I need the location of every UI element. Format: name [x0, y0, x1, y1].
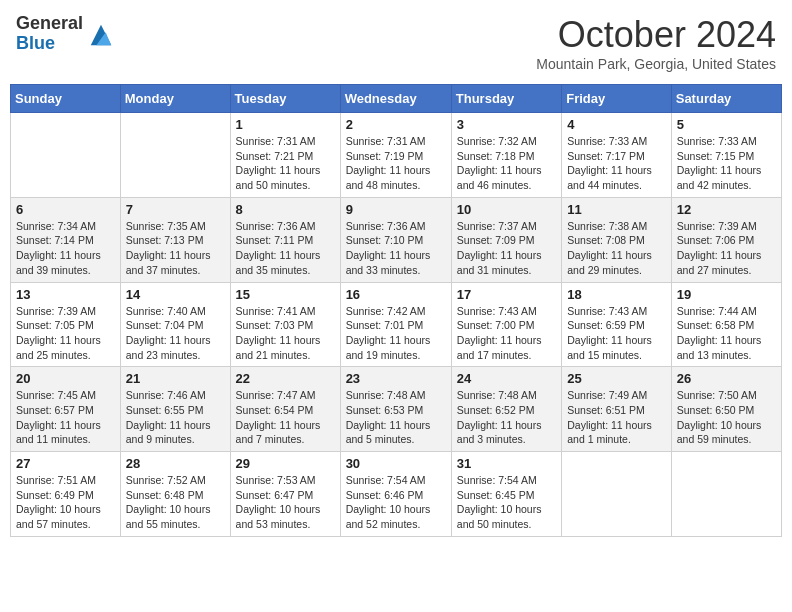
day-info: Sunrise: 7:54 AMSunset: 6:45 PMDaylight:… — [457, 473, 556, 532]
day-number: 29 — [236, 456, 335, 471]
day-info: Sunrise: 7:36 AMSunset: 7:10 PMDaylight:… — [346, 219, 446, 278]
calendar-cell: 8Sunrise: 7:36 AMSunset: 7:11 PMDaylight… — [230, 197, 340, 282]
day-info: Sunrise: 7:43 AMSunset: 6:59 PMDaylight:… — [567, 304, 666, 363]
weekday-header-tuesday: Tuesday — [230, 85, 340, 113]
day-number: 20 — [16, 371, 115, 386]
calendar-cell: 31Sunrise: 7:54 AMSunset: 6:45 PMDayligh… — [451, 452, 561, 537]
calendar-cell: 10Sunrise: 7:37 AMSunset: 7:09 PMDayligh… — [451, 197, 561, 282]
calendar-cell: 19Sunrise: 7:44 AMSunset: 6:58 PMDayligh… — [671, 282, 781, 367]
day-info: Sunrise: 7:38 AMSunset: 7:08 PMDaylight:… — [567, 219, 666, 278]
calendar-week-row: 20Sunrise: 7:45 AMSunset: 6:57 PMDayligh… — [11, 367, 782, 452]
day-number: 9 — [346, 202, 446, 217]
day-info: Sunrise: 7:54 AMSunset: 6:46 PMDaylight:… — [346, 473, 446, 532]
calendar-cell — [11, 113, 121, 198]
day-number: 22 — [236, 371, 335, 386]
location-text: Mountain Park, Georgia, United States — [536, 56, 776, 72]
day-info: Sunrise: 7:31 AMSunset: 7:19 PMDaylight:… — [346, 134, 446, 193]
day-number: 27 — [16, 456, 115, 471]
calendar-cell: 25Sunrise: 7:49 AMSunset: 6:51 PMDayligh… — [562, 367, 672, 452]
calendar-cell: 16Sunrise: 7:42 AMSunset: 7:01 PMDayligh… — [340, 282, 451, 367]
calendar-cell: 14Sunrise: 7:40 AMSunset: 7:04 PMDayligh… — [120, 282, 230, 367]
day-number: 1 — [236, 117, 335, 132]
calendar-week-row: 27Sunrise: 7:51 AMSunset: 6:49 PMDayligh… — [11, 452, 782, 537]
calendar-cell — [671, 452, 781, 537]
day-info: Sunrise: 7:35 AMSunset: 7:13 PMDaylight:… — [126, 219, 225, 278]
day-info: Sunrise: 7:44 AMSunset: 6:58 PMDaylight:… — [677, 304, 776, 363]
page-header: General Blue October 2024 Mountain Park,… — [10, 10, 782, 76]
calendar-cell: 13Sunrise: 7:39 AMSunset: 7:05 PMDayligh… — [11, 282, 121, 367]
day-number: 17 — [457, 287, 556, 302]
day-number: 7 — [126, 202, 225, 217]
day-number: 19 — [677, 287, 776, 302]
day-info: Sunrise: 7:31 AMSunset: 7:21 PMDaylight:… — [236, 134, 335, 193]
day-info: Sunrise: 7:46 AMSunset: 6:55 PMDaylight:… — [126, 388, 225, 447]
title-block: October 2024 Mountain Park, Georgia, Uni… — [536, 14, 776, 72]
calendar-cell — [562, 452, 672, 537]
calendar-cell: 3Sunrise: 7:32 AMSunset: 7:18 PMDaylight… — [451, 113, 561, 198]
day-info: Sunrise: 7:48 AMSunset: 6:53 PMDaylight:… — [346, 388, 446, 447]
calendar-cell: 15Sunrise: 7:41 AMSunset: 7:03 PMDayligh… — [230, 282, 340, 367]
calendar-cell: 1Sunrise: 7:31 AMSunset: 7:21 PMDaylight… — [230, 113, 340, 198]
day-number: 6 — [16, 202, 115, 217]
day-number: 23 — [346, 371, 446, 386]
day-info: Sunrise: 7:47 AMSunset: 6:54 PMDaylight:… — [236, 388, 335, 447]
day-number: 4 — [567, 117, 666, 132]
day-info: Sunrise: 7:34 AMSunset: 7:14 PMDaylight:… — [16, 219, 115, 278]
day-info: Sunrise: 7:50 AMSunset: 6:50 PMDaylight:… — [677, 388, 776, 447]
logo-blue-text: Blue — [16, 34, 83, 54]
day-info: Sunrise: 7:48 AMSunset: 6:52 PMDaylight:… — [457, 388, 556, 447]
logo-icon — [87, 21, 115, 49]
calendar-week-row: 6Sunrise: 7:34 AMSunset: 7:14 PMDaylight… — [11, 197, 782, 282]
weekday-header-friday: Friday — [562, 85, 672, 113]
day-info: Sunrise: 7:41 AMSunset: 7:03 PMDaylight:… — [236, 304, 335, 363]
day-info: Sunrise: 7:37 AMSunset: 7:09 PMDaylight:… — [457, 219, 556, 278]
calendar-cell: 7Sunrise: 7:35 AMSunset: 7:13 PMDaylight… — [120, 197, 230, 282]
day-info: Sunrise: 7:42 AMSunset: 7:01 PMDaylight:… — [346, 304, 446, 363]
day-number: 26 — [677, 371, 776, 386]
day-number: 28 — [126, 456, 225, 471]
calendar-cell: 9Sunrise: 7:36 AMSunset: 7:10 PMDaylight… — [340, 197, 451, 282]
weekday-header-row: SundayMondayTuesdayWednesdayThursdayFrid… — [11, 85, 782, 113]
calendar-week-row: 13Sunrise: 7:39 AMSunset: 7:05 PMDayligh… — [11, 282, 782, 367]
calendar-cell: 28Sunrise: 7:52 AMSunset: 6:48 PMDayligh… — [120, 452, 230, 537]
day-number: 24 — [457, 371, 556, 386]
day-number: 8 — [236, 202, 335, 217]
day-number: 21 — [126, 371, 225, 386]
day-info: Sunrise: 7:49 AMSunset: 6:51 PMDaylight:… — [567, 388, 666, 447]
day-number: 13 — [16, 287, 115, 302]
calendar-cell — [120, 113, 230, 198]
day-number: 16 — [346, 287, 446, 302]
day-number: 10 — [457, 202, 556, 217]
day-number: 18 — [567, 287, 666, 302]
day-number: 5 — [677, 117, 776, 132]
day-number: 2 — [346, 117, 446, 132]
day-info: Sunrise: 7:32 AMSunset: 7:18 PMDaylight:… — [457, 134, 556, 193]
weekday-header-sunday: Sunday — [11, 85, 121, 113]
day-info: Sunrise: 7:51 AMSunset: 6:49 PMDaylight:… — [16, 473, 115, 532]
calendar-cell: 26Sunrise: 7:50 AMSunset: 6:50 PMDayligh… — [671, 367, 781, 452]
day-number: 3 — [457, 117, 556, 132]
day-info: Sunrise: 7:33 AMSunset: 7:15 PMDaylight:… — [677, 134, 776, 193]
calendar-table: SundayMondayTuesdayWednesdayThursdayFrid… — [10, 84, 782, 537]
day-info: Sunrise: 7:40 AMSunset: 7:04 PMDaylight:… — [126, 304, 225, 363]
day-info: Sunrise: 7:39 AMSunset: 7:06 PMDaylight:… — [677, 219, 776, 278]
calendar-cell: 29Sunrise: 7:53 AMSunset: 6:47 PMDayligh… — [230, 452, 340, 537]
day-info: Sunrise: 7:36 AMSunset: 7:11 PMDaylight:… — [236, 219, 335, 278]
day-info: Sunrise: 7:45 AMSunset: 6:57 PMDaylight:… — [16, 388, 115, 447]
day-number: 12 — [677, 202, 776, 217]
day-number: 15 — [236, 287, 335, 302]
month-title: October 2024 — [536, 14, 776, 56]
calendar-cell: 12Sunrise: 7:39 AMSunset: 7:06 PMDayligh… — [671, 197, 781, 282]
day-info: Sunrise: 7:39 AMSunset: 7:05 PMDaylight:… — [16, 304, 115, 363]
calendar-week-row: 1Sunrise: 7:31 AMSunset: 7:21 PMDaylight… — [11, 113, 782, 198]
logo: General Blue — [16, 14, 115, 54]
calendar-cell: 4Sunrise: 7:33 AMSunset: 7:17 PMDaylight… — [562, 113, 672, 198]
calendar-cell: 23Sunrise: 7:48 AMSunset: 6:53 PMDayligh… — [340, 367, 451, 452]
day-number: 31 — [457, 456, 556, 471]
calendar-cell: 5Sunrise: 7:33 AMSunset: 7:15 PMDaylight… — [671, 113, 781, 198]
weekday-header-monday: Monday — [120, 85, 230, 113]
day-info: Sunrise: 7:53 AMSunset: 6:47 PMDaylight:… — [236, 473, 335, 532]
calendar-cell: 21Sunrise: 7:46 AMSunset: 6:55 PMDayligh… — [120, 367, 230, 452]
day-number: 30 — [346, 456, 446, 471]
calendar-cell: 27Sunrise: 7:51 AMSunset: 6:49 PMDayligh… — [11, 452, 121, 537]
